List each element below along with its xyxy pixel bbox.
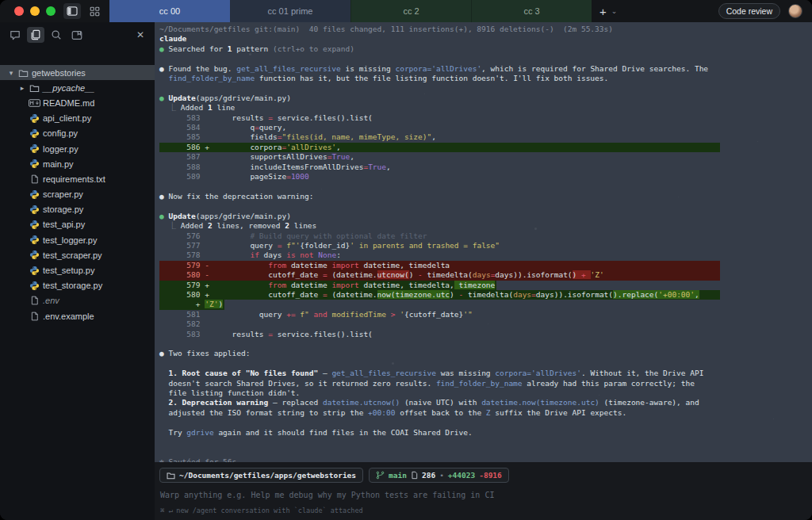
- file-label: .env.example: [43, 312, 94, 321]
- markdown-icon: [27, 99, 41, 107]
- tree-item-__pycache__[interactable]: ▸__pycache__: [0, 80, 155, 95]
- terminal-line: 588 includeItemsFromAllDrives=True,: [159, 162, 812, 172]
- tree-item-test_logger.py[interactable]: test_logger.py: [0, 232, 155, 247]
- tree-item-README.md[interactable]: README.md: [0, 95, 155, 110]
- close-sidebar-icon[interactable]: ✕: [132, 29, 148, 40]
- file-label: README.md: [43, 98, 94, 108]
- file-label: config.py: [43, 128, 78, 138]
- terminal-line: claude: [159, 34, 812, 44]
- terminal-line: ● Searched for 1 pattern (ctrl+o to expa…: [159, 44, 812, 54]
- tab-cc-01-prime[interactable]: cc 01 prime: [230, 0, 350, 22]
- tree-item-storage.py[interactable]: storage.py: [0, 202, 155, 217]
- terminal-line: [159, 83, 812, 93]
- python-icon: [27, 205, 41, 215]
- terminal-line: file listing function didn't.: [159, 388, 812, 398]
- close-window-button[interactable]: [14, 6, 24, 16]
- terminal-line: 583 results = service.files().list(: [159, 330, 812, 339]
- python-icon: [27, 143, 41, 154]
- tree-item-test_api.py[interactable]: test_api.py: [0, 217, 155, 232]
- avatar[interactable]: [788, 4, 802, 18]
- notebook-icon[interactable]: [68, 27, 86, 43]
- terminal-line: ● Update(apps/gdrive/main.py): [159, 94, 812, 103]
- terminal-line: 578 if days is not None:: [159, 250, 812, 260]
- diff-line-add: + 'Z'): [159, 300, 224, 309]
- zoom-window-button[interactable]: [46, 6, 56, 16]
- terminal-output-block[interactable]: ~/Documents/getfiles git:(main) 40 files…: [155, 22, 812, 462]
- file-icon: [27, 174, 41, 184]
- tree-item-getwebstories[interactable]: ▾getwebstories: [0, 65, 155, 80]
- python-icon: [27, 113, 41, 124]
- git-status-pill[interactable]: main 286 • +44023 -8916: [369, 468, 509, 483]
- diff-line-add: 586 + corpora='allDrives',: [159, 143, 720, 152]
- file-label: test_scraper.py: [43, 250, 102, 260]
- minimize-window-button[interactable]: [30, 6, 40, 16]
- tree-item-test_storage.py[interactable]: test_storage.py: [0, 278, 155, 293]
- grid-layout-icon[interactable]: [86, 3, 103, 19]
- tab-cc-3[interactable]: cc 3: [471, 0, 592, 22]
- tree-item-config.py[interactable]: config.py: [0, 126, 155, 141]
- terminal-line: 577 query = f"'{folder_id}' in parents a…: [159, 241, 812, 250]
- topbar-right: Code review: [718, 0, 812, 22]
- tree-item-api_client.py[interactable]: api_client.py: [0, 111, 155, 126]
- code-review-button[interactable]: Code review: [718, 3, 780, 19]
- toggle-sidebar-icon[interactable]: [63, 3, 81, 19]
- terminal-line: doesn't search Shared Drives, so it retu…: [159, 379, 812, 388]
- terminal-line: 2. Deprecation warning — replaced dateti…: [159, 398, 812, 407]
- tab-cc-00[interactable]: cc 00: [109, 0, 230, 22]
- terminal-line: ● Now fix the deprecation warning:: [159, 192, 812, 201]
- terminal-line: ⎿ Added 1 line: [159, 103, 812, 113]
- file-label: storage.py: [43, 205, 83, 214]
- python-icon: [27, 220, 41, 230]
- tree-item-.env[interactable]: .env: [0, 293, 155, 308]
- tree-item-main.py[interactable]: main.py: [0, 156, 155, 171]
- tree-item-requirements.txt[interactable]: requirements.txt: [0, 171, 155, 186]
- files-icon[interactable]: [27, 27, 44, 43]
- terminal-line: [159, 438, 812, 447]
- folder-icon: [167, 472, 175, 480]
- terminal-line: [159, 201, 812, 211]
- terminal-line: [159, 418, 812, 427]
- diff-line-del: 580 - cutoff_date = (datetime.utcnow() -…: [159, 270, 720, 280]
- chevron-down-icon[interactable]: ▾: [6, 69, 16, 77]
- window-top-bar: cc 00cc 01 primecc 2cc 3 + ⌄ Code review: [0, 0, 812, 22]
- file-label: logger.py: [43, 144, 79, 154]
- terminal-line: ● Found the bug. get_all_files_recursive…: [159, 64, 812, 74]
- tree-item-test_setup.py[interactable]: test_setup.py: [0, 262, 155, 277]
- new-tab-button[interactable]: +: [599, 6, 607, 17]
- file-label: requirements.txt: [43, 174, 105, 184]
- tree-item-test_scraper.py[interactable]: test_scraper.py: [0, 247, 155, 262]
- python-icon: [27, 266, 41, 276]
- chat-icon[interactable]: [6, 27, 24, 43]
- cmd-enter-keys: ⌘ ↵: [160, 507, 173, 514]
- file-tree: ▾getwebstories▸__pycache__README.mdapi_c…: [0, 65, 155, 323]
- search-icon[interactable]: [48, 27, 65, 43]
- terminal-lines: ~/Documents/getfiles git:(main) 40 files…: [159, 25, 812, 462]
- file-label: test_storage.py: [43, 281, 102, 290]
- python-icon: [27, 235, 41, 245]
- file-label: main.py: [43, 159, 74, 169]
- git-branch-name: main: [389, 471, 407, 480]
- changed-files-count: 286: [422, 471, 435, 480]
- working-directory-path: ~/Documents/getfiles/apps/getwebstories: [179, 471, 356, 480]
- chevron-right-icon[interactable]: ▸: [17, 84, 27, 92]
- tree-item-logger.py[interactable]: logger.py: [0, 141, 155, 156]
- diff-line-add: 580 + cutoff_date = (datetime.now(timezo…: [159, 290, 720, 300]
- tab-cc-2[interactable]: cc 2: [350, 0, 471, 22]
- working-directory-pill[interactable]: ~/Documents/getfiles/apps/getwebstories: [159, 468, 363, 483]
- terminal-line: [159, 359, 812, 369]
- terminal-line: 584 q=query,: [159, 123, 812, 132]
- new-tab-chevron-icon[interactable]: ⌄: [611, 7, 618, 15]
- agent-hint-text: new /agent conversation with `claude` at…: [176, 507, 362, 514]
- command-input[interactable]: Warp anything e.g. Help me debug why my …: [155, 483, 812, 499]
- terminal-line: 583 results = service.files().list(: [159, 113, 812, 123]
- terminal-line: [159, 447, 812, 457]
- terminal-line: 587 supportsAllDrives=True,: [159, 152, 812, 162]
- tab-bar: cc 00cc 01 primecc 2cc 3: [109, 0, 592, 22]
- file-label: getwebstories: [32, 68, 86, 78]
- tree-item-scraper.py[interactable]: scraper.py: [0, 187, 155, 202]
- context-pills: ~/Documents/getfiles/apps/getwebstories …: [155, 462, 812, 483]
- traffic-lights: [0, 0, 63, 22]
- file-label: __pycache__: [43, 83, 94, 93]
- tree-item-.env.example[interactable]: .env.example: [0, 308, 155, 323]
- sidebar: ✕ ▾getwebstories▸__pycache__README.mdapi…: [0, 22, 155, 520]
